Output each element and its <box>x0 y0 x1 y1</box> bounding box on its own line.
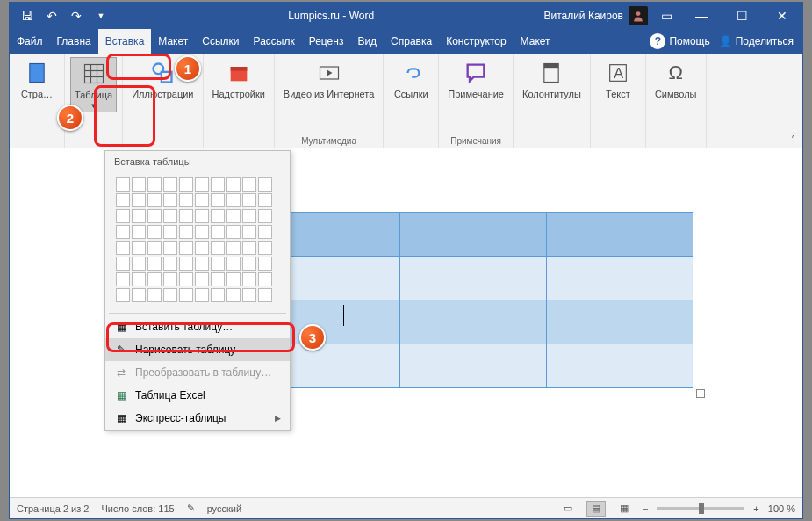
headerfooter-button[interactable]: Колонтитулы <box>519 57 585 101</box>
convert-icon: ⇄ <box>114 365 128 380</box>
view-web-button[interactable]: ▦ <box>614 501 634 517</box>
link-icon <box>397 59 425 87</box>
online-video-button[interactable]: Видео из Интернета <box>280 57 377 101</box>
tab-insert[interactable]: Вставка <box>98 29 152 54</box>
symbols-button[interactable]: Ω Символы <box>651 57 701 101</box>
window-controls: ▭ — ☐ ✕ <box>651 3 802 29</box>
menu-draw-table[interactable]: ✎ Нарисовать таблицу <box>105 338 290 361</box>
help-button[interactable]: ? Помощь <box>650 33 709 49</box>
textbox-icon: A <box>604 59 632 87</box>
minimize-button[interactable]: — <box>681 3 722 29</box>
menu-excel-table[interactable]: ▦ Таблица Excel <box>105 384 290 407</box>
store-icon <box>225 59 253 87</box>
qat-dropdown-icon[interactable]: ▼ <box>90 5 111 26</box>
svg-marker-12 <box>327 70 332 76</box>
group-media: Видео из Интернета Мультимедиа <box>275 54 384 148</box>
chevron-down-icon: ▼ <box>90 102 97 110</box>
table-button[interactable]: Таблица ▼ <box>70 57 117 112</box>
collapse-ribbon-icon[interactable]: ˄ <box>791 134 795 144</box>
table-icon <box>80 60 108 88</box>
zoom-slider[interactable] <box>657 507 744 510</box>
user-name: Виталий Каиров <box>543 10 623 22</box>
group-pages: Стра… <box>10 54 65 148</box>
tab-layout[interactable]: Макет <box>151 29 195 54</box>
dropdown-header: Вставка таблицы <box>105 151 290 172</box>
maximize-button[interactable]: ☐ <box>722 3 762 29</box>
excel-icon: ▦ <box>114 388 128 402</box>
callout-1: 1 <box>175 55 201 82</box>
tab-mailings[interactable]: Рассылк <box>247 29 302 54</box>
group-headerfooter: Колонтитулы <box>514 54 591 148</box>
zoom-in-button[interactable]: + <box>753 503 758 514</box>
group-links: Ссылки <box>384 54 439 148</box>
tab-view[interactable]: Вид <box>350 29 384 54</box>
zoom-out-button[interactable]: − <box>643 503 648 514</box>
tab-tablelayout[interactable]: Макет <box>514 29 557 54</box>
autosave-icon[interactable]: 🖫 <box>17 5 38 26</box>
svg-rect-8 <box>162 72 172 83</box>
callout-2: 2 <box>57 105 83 131</box>
shapes-icon <box>148 59 176 87</box>
group-text: A Текст <box>591 54 646 148</box>
share-icon: 👤 <box>719 35 732 47</box>
menu-insert-table[interactable]: ▦ Вставить таблицу… <box>105 315 290 338</box>
tab-file[interactable]: Файл <box>10 29 50 54</box>
header-icon <box>537 59 565 87</box>
grid-icon: ▦ <box>114 320 128 334</box>
tab-references[interactable]: Ссылки <box>195 29 246 54</box>
spellcheck-icon[interactable]: ✎ <box>187 503 195 514</box>
svg-rect-14 <box>544 64 558 69</box>
tab-home[interactable]: Главна <box>50 29 98 54</box>
ribbon: Стра… Таблица ▼ Иллюстрации Надстройки <box>10 54 802 148</box>
video-icon <box>315 59 343 87</box>
svg-rect-2 <box>84 65 103 83</box>
omega-icon: Ω <box>662 59 690 87</box>
svg-rect-10 <box>230 67 247 71</box>
group-symbols: Ω Символы <box>646 54 707 148</box>
view-read-button[interactable]: ▭ <box>558 501 578 517</box>
statusbar: Страница 2 из 2 Число слов: 115 ✎ русски… <box>10 497 802 518</box>
zoom-level[interactable]: 100 % <box>768 503 795 514</box>
lightbulb-icon: ? <box>650 33 665 49</box>
comment-button[interactable]: Примечание <box>444 57 507 101</box>
share-button[interactable]: 👤 Поделиться <box>719 35 794 47</box>
comment-icon <box>462 59 490 87</box>
svg-rect-1 <box>30 64 44 83</box>
links-button[interactable]: Ссылки <box>389 57 433 101</box>
status-page[interactable]: Страница 2 из 2 <box>17 503 89 514</box>
pages-button[interactable]: Стра… <box>15 57 59 101</box>
text-button[interactable]: A Текст <box>596 57 640 101</box>
group-tables: Таблица ▼ <box>65 54 123 148</box>
word-window: 🖫 ↶ ↷ ▼ Lumpics.ru - Word Виталий Каиров… <box>9 2 803 519</box>
ribbon-tabs: Файл Главна Вставка Макет Ссылки Рассылк… <box>10 29 802 54</box>
addins-button[interactable]: Надстройки <box>209 57 269 101</box>
quick-table-icon: ▦ <box>114 411 128 425</box>
redo-icon[interactable]: ↷ <box>66 5 87 26</box>
ribbon-options-icon[interactable]: ▭ <box>651 3 681 29</box>
avatar[interactable] <box>629 6 648 25</box>
text-cursor <box>343 305 344 326</box>
undo-icon[interactable]: ↶ <box>41 5 62 26</box>
chevron-right-icon: ▶ <box>275 414 281 423</box>
svg-text:A: A <box>614 65 623 81</box>
status-words[interactable]: Число слов: 115 <box>101 503 174 514</box>
status-language[interactable]: русский <box>207 503 241 514</box>
user-area[interactable]: Виталий Каиров <box>543 6 651 25</box>
table-grid-picker[interactable] <box>105 172 290 311</box>
table-dropdown: Вставка таблицы ▦ Вставить таблицу… ✎ На… <box>104 150 291 431</box>
tab-help[interactable]: Справка <box>384 29 439 54</box>
page-icon <box>23 59 51 87</box>
table-resize-handle[interactable] <box>696 389 705 398</box>
group-comments: Примечание Примечания <box>439 54 514 148</box>
view-print-button[interactable]: ▤ <box>586 501 606 517</box>
tab-review[interactable]: Реценз <box>302 29 351 54</box>
tab-tabledesign[interactable]: Конструктор <box>439 29 513 54</box>
close-button[interactable]: ✕ <box>762 3 802 29</box>
pencil-icon: ✎ <box>114 343 128 357</box>
group-addins: Надстройки <box>204 54 275 148</box>
window-title: Lumpics.ru - Word <box>119 10 543 22</box>
callout-3: 3 <box>299 324 326 351</box>
menu-quick-tables[interactable]: ▦ Экспресс-таблицы ▶ <box>105 407 290 430</box>
quick-access-toolbar: 🖫 ↶ ↷ ▼ <box>10 5 119 26</box>
titlebar: 🖫 ↶ ↷ ▼ Lumpics.ru - Word Виталий Каиров… <box>10 3 802 29</box>
